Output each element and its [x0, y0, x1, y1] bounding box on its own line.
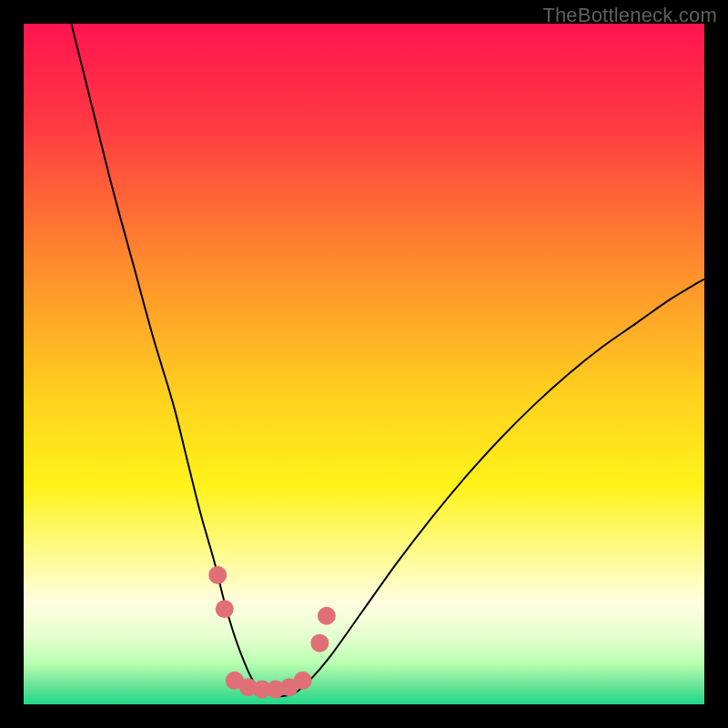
chart-frame: TheBottleneck.com	[0, 0, 728, 728]
marker-dot	[216, 600, 234, 618]
gradient-background	[24, 24, 704, 704]
plot-area	[24, 24, 704, 704]
chart-svg	[24, 24, 704, 704]
marker-dot	[294, 672, 312, 690]
marker-dot	[318, 607, 336, 625]
watermark-text: TheBottleneck.com	[542, 4, 717, 27]
marker-dot	[310, 634, 329, 652]
marker-dot	[208, 566, 227, 584]
